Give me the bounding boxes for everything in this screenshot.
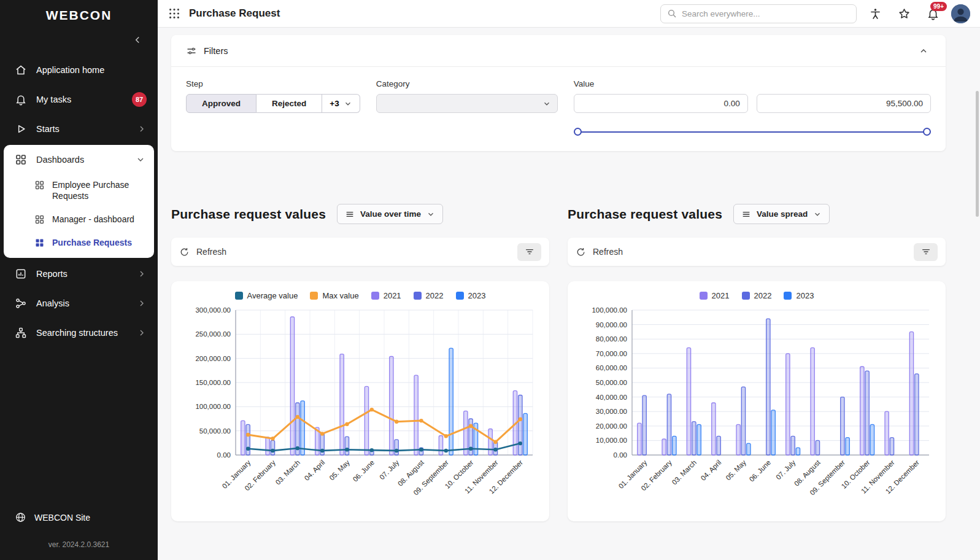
sidebar-item-employee-purchase-requests[interactable]: Employee Purchase Requests <box>4 173 154 208</box>
app-launcher-icon[interactable] <box>168 7 181 20</box>
accessibility-icon <box>869 7 882 20</box>
chart-filter-button[interactable] <box>517 243 541 261</box>
sidebar-item-application-home[interactable]: Application home <box>0 55 158 85</box>
sidebar-item-label: Dashboards <box>36 155 126 165</box>
svg-text:04. April: 04. April <box>700 459 723 482</box>
sidebar-item-label: My tasks <box>36 95 123 104</box>
legend-swatch <box>414 292 422 300</box>
sidebar-collapse-button[interactable] <box>129 32 145 48</box>
svg-text:70,000.00: 70,000.00 <box>596 350 627 357</box>
star-icon <box>898 7 911 20</box>
chart-plot: 0.0050,000.00100,000.00150,000.00200,000… <box>176 305 544 514</box>
legend-item[interactable]: Max value <box>310 291 358 300</box>
legend-swatch <box>784 292 792 300</box>
svg-text:07. July: 07. July <box>774 459 797 481</box>
refresh-icon <box>576 247 586 257</box>
list-icon <box>345 209 355 219</box>
svg-text:20,000.00: 20,000.00 <box>596 422 627 430</box>
legend-item[interactable]: 2022 <box>414 291 444 300</box>
scrollbar[interactable] <box>976 91 979 217</box>
value-min-input[interactable] <box>574 94 748 113</box>
svg-text:06. June: 06. June <box>352 459 376 483</box>
chart-svg: 0.0050,000.00100,000.00150,000.00200,000… <box>180 305 540 514</box>
logo-row: WEBCON <box>0 1 158 29</box>
svg-text:250,000.00: 250,000.00 <box>195 330 231 338</box>
svg-text:150,000.00: 150,000.00 <box>195 379 231 386</box>
chart-card: 202120222023 0.0010,000.0020,000.0030,00… <box>568 281 946 521</box>
sidebar-item-dashboards[interactable]: Dashboards <box>4 146 154 173</box>
chart-plot: 0.0010,000.0020,000.0030,000.0040,000.00… <box>573 305 941 514</box>
grid-filled-icon <box>34 238 45 248</box>
step-option-rejected[interactable]: Rejected <box>257 94 322 113</box>
charts-row: Purchase request values Value over time … <box>171 204 946 521</box>
category-label: Category <box>376 79 558 88</box>
chevron-down-icon <box>344 99 352 108</box>
sidebar-item-label: Employee Purchase Requests <box>52 179 147 201</box>
svg-text:0.00: 0.00 <box>217 451 231 459</box>
step-more-dropdown[interactable]: +3 <box>322 94 360 113</box>
legend-swatch <box>235 292 243 300</box>
value-range-slider[interactable] <box>574 127 931 136</box>
filter-step: Step Approved Rejected +3 <box>186 79 360 136</box>
chevron-down-icon <box>136 155 145 165</box>
svg-text:40,000.00: 40,000.00 <box>596 394 627 401</box>
refresh-button[interactable]: Refresh <box>179 247 226 257</box>
analysis-icon <box>15 297 27 309</box>
refresh-button[interactable]: Refresh <box>576 247 623 257</box>
legend-item[interactable]: 2023 <box>784 291 814 300</box>
step-option-approved[interactable]: Approved <box>186 94 257 113</box>
site-label: WEBCON Site <box>34 513 90 523</box>
svg-text:03. March: 03. March <box>274 459 302 486</box>
filters-collapse-button[interactable] <box>916 44 931 58</box>
svg-text:100,000.00: 100,000.00 <box>195 403 231 410</box>
search-input[interactable] <box>682 9 850 18</box>
section-title: Purchase request values <box>568 207 722 222</box>
legend-swatch <box>310 292 318 300</box>
chevron-down-icon <box>542 99 551 108</box>
page-content: Filters Step Approved Rejected + <box>158 28 980 560</box>
value-max-input[interactable] <box>757 94 931 113</box>
slider-handle-max[interactable] <box>923 128 931 136</box>
slider-track <box>577 131 927 133</box>
chart-section-value-over-time: Purchase request values Value over time … <box>171 204 549 521</box>
sidebar-item-my-tasks[interactable]: My tasks 87 <box>0 85 158 114</box>
legend-item[interactable]: 2023 <box>456 291 486 300</box>
chevron-down-icon <box>813 210 822 219</box>
top-header: Purchase Request 99+ <box>158 0 980 28</box>
chart-section-value-spread: Purchase request values Value spread Ref… <box>568 204 946 521</box>
svg-text:50,000.00: 50,000.00 <box>199 427 231 435</box>
legend-item[interactable]: 2021 <box>371 291 401 300</box>
sidebar-item-reports[interactable]: Reports <box>0 259 158 289</box>
global-search[interactable] <box>660 4 857 23</box>
filters-panel: Filters Step Approved Rejected + <box>171 35 946 151</box>
sidebar-item-manager-dashboard[interactable]: Manager - dashboard <box>4 208 154 231</box>
accessibility-button[interactable] <box>865 4 885 23</box>
sidebar-item-purchase-requests[interactable]: Purchase Requests <box>4 231 154 254</box>
legend-item[interactable]: 2022 <box>742 291 772 300</box>
chart-filter-button[interactable] <box>914 243 938 261</box>
list-icon <box>741 209 751 219</box>
legend-swatch <box>371 292 379 300</box>
dashboards-group: Dashboards Employee Purchase Requests Ma… <box>4 145 154 258</box>
grid-icon <box>34 180 45 190</box>
user-avatar[interactable] <box>951 4 970 23</box>
legend-item[interactable]: Average value <box>235 291 298 300</box>
sidebar-item-label: Analysis <box>36 298 128 308</box>
sidebar-item-starts[interactable]: Starts <box>0 114 158 144</box>
sidebar-item-label: Reports <box>36 269 128 279</box>
filter-lines-icon <box>921 247 931 257</box>
main-area: Purchase Request 99+ <box>158 0 980 560</box>
sidebar-item-searching-structures[interactable]: Searching structures <box>0 318 158 348</box>
sidebar-item-analysis[interactable]: Analysis <box>0 289 158 318</box>
search-icon <box>667 9 677 18</box>
grid-icon <box>34 214 45 225</box>
category-select[interactable] <box>376 94 558 113</box>
slider-handle-min[interactable] <box>574 128 582 136</box>
favorites-button[interactable] <box>893 4 914 23</box>
chart-view-dropdown[interactable]: Value over time <box>337 204 443 224</box>
chart-view-dropdown[interactable]: Value spread <box>733 204 830 224</box>
notifications-button[interactable]: 99+ <box>922 4 943 23</box>
legend-item[interactable]: 2021 <box>700 291 730 300</box>
webcon-site-link[interactable]: WEBCON Site <box>0 504 158 531</box>
sidebar-nav: Application home My tasks 87 Starts Dash… <box>0 48 158 504</box>
